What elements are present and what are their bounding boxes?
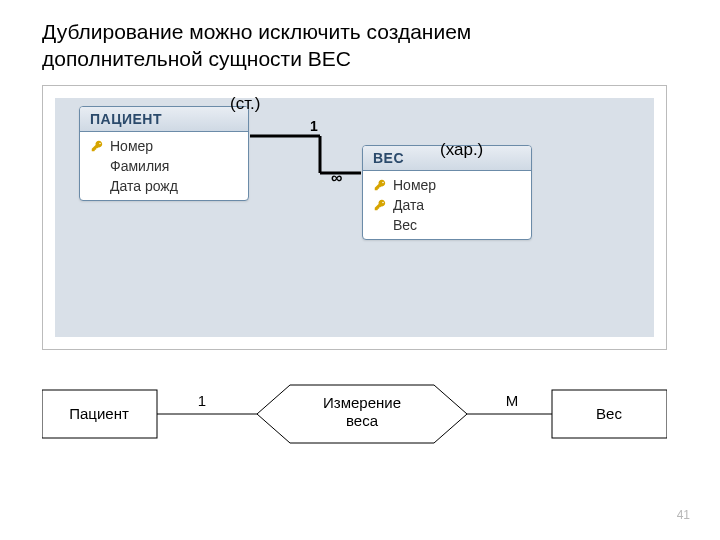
field-label: Дата: [393, 197, 424, 213]
table-row: Дата: [363, 195, 531, 215]
table-row: Номер: [363, 175, 531, 195]
conceptual-erd: Пациент 1 Измерение веса M Вес: [42, 380, 667, 460]
table-row: Дата рожд: [80, 176, 248, 196]
er-diagram-canvas: 1 ∞ ПАЦИЕНТ Номер Фамилия Дата ро: [43, 86, 666, 349]
erd-entity-weight: Вес: [596, 405, 622, 422]
title-line-1: Дублирование можно исключить созданием: [42, 20, 471, 43]
key-icon: [373, 198, 387, 212]
field-label: Номер: [110, 138, 153, 154]
annotation-har: (хар.): [440, 140, 483, 160]
erd-relationship-line1: Измерение: [323, 394, 401, 411]
annotation-st: (ст.): [230, 94, 260, 114]
erd-relationship-line2: веса: [346, 412, 379, 429]
page-number: 41: [677, 508, 690, 522]
table-patient-body: Номер Фамилия Дата рожд: [80, 132, 248, 200]
cardinality-many: ∞: [331, 169, 342, 186]
key-icon: [90, 139, 104, 153]
field-label: Номер: [393, 177, 436, 193]
erd-cardinality-left: 1: [198, 392, 206, 409]
table-weight-body: Номер Дата Вес: [363, 171, 531, 239]
field-label: Дата рожд: [110, 178, 178, 194]
slide-title: Дублирование можно исключить созданием д…: [42, 18, 471, 73]
cardinality-one: 1: [310, 118, 318, 134]
table-row: Номер: [80, 136, 248, 156]
key-icon: [373, 178, 387, 192]
table-patient-header: ПАЦИЕНТ: [80, 107, 248, 132]
table-row: Фамилия: [80, 156, 248, 176]
title-line-2: дополнительной сущности ВЕС: [42, 47, 351, 70]
erd-entity-patient: Пациент: [69, 405, 129, 422]
erd-cardinality-right: M: [506, 392, 519, 409]
field-label: Вес: [393, 217, 417, 233]
er-diagram-panel: 1 ∞ ПАЦИЕНТ Номер Фамилия Дата ро: [42, 85, 667, 350]
field-label: Фамилия: [110, 158, 169, 174]
table-patient: ПАЦИЕНТ Номер Фамилия Дата рожд: [79, 106, 249, 201]
table-row: Вес: [363, 215, 531, 235]
